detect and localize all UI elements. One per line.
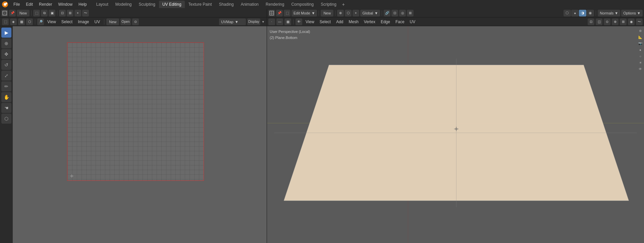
vp-rt-camera[interactable]: 📷 <box>637 40 643 46</box>
vp-overlay-icon[interactable]: ⊡ <box>588 18 594 25</box>
viewport-mode-dropdown[interactable]: Edit Mode ▼ <box>291 10 317 16</box>
uv-select-tool[interactable]: ▶ <box>1 28 11 38</box>
vp-select-mode-3[interactable]: ▦ <box>284 18 291 25</box>
options-button[interactable]: Options ▼ <box>621 10 643 16</box>
workspace-sculpting[interactable]: Sculpting <box>136 1 159 8</box>
uv-open-button[interactable]: Open <box>120 18 130 25</box>
uv-canvas: ✛ <box>67 42 204 181</box>
uv-new-image-button[interactable]: New <box>106 18 119 25</box>
uv-header-icon-6[interactable]: ⌖ <box>74 10 81 16</box>
shade-material[interactable]: ◑ <box>579 10 586 16</box>
vp-gizmo-icon[interactable]: ⊕ <box>612 18 619 25</box>
vp-menu-edge[interactable]: Edge <box>379 18 392 25</box>
uv-new-button[interactable]: New <box>17 10 30 16</box>
uv-select-mode-icon[interactable]: ⬚ <box>2 18 9 25</box>
viewport-mirror-icon[interactable]: ⊞ <box>407 10 414 16</box>
uv-annotate-tool[interactable]: ✏ <box>1 81 11 91</box>
workspace-compositing[interactable]: Compositing <box>288 1 317 8</box>
uv-move-tool[interactable]: ✥ <box>1 49 11 59</box>
vp-rt-gizmo[interactable]: ⊕ <box>637 28 643 34</box>
viewport-editor-icon[interactable]: ⬚ <box>284 10 290 16</box>
uv-header-icon-7[interactable]: 〜 <box>82 10 89 16</box>
menu-edit[interactable]: Edit <box>23 1 36 8</box>
uv-select-mode-4[interactable]: ⬡ <box>26 18 33 25</box>
viewport-transform-icon-1[interactable]: ⊕ <box>337 10 344 16</box>
workspace-uv-editing[interactable]: UV Editing <box>159 1 185 8</box>
viewport-snap-icon-2[interactable]: ⊡ <box>391 10 398 16</box>
vp-rt-sphere[interactable]: ● <box>637 47 643 53</box>
uv-open-icon[interactable]: ⊙ <box>132 18 139 25</box>
uv-select-mode-3[interactable]: ▦ <box>18 18 25 25</box>
uv-header-icon-5[interactable]: ⊞ <box>67 10 73 16</box>
uv-canvas-area[interactable]: ✛ <box>13 26 267 243</box>
uv-pin-icon[interactable]: 📌 <box>9 10 16 16</box>
viewport-pin-icon[interactable]: 📌 <box>276 10 283 16</box>
vp-menu-uv[interactable]: UV <box>408 18 418 25</box>
uv-map-dropdown[interactable]: UVMap ▼ <box>219 18 246 25</box>
uv-pan-tool[interactable]: ☚ <box>1 103 11 113</box>
workspace-shading[interactable]: Shading <box>216 1 237 8</box>
viewport-new-button[interactable]: New <box>321 10 333 16</box>
viewport-snap-icon[interactable]: 🔗 <box>384 10 390 16</box>
uv-editor-type-icon[interactable] <box>1 10 8 16</box>
uv-header-icon-2[interactable]: ⧉ <box>41 10 48 16</box>
workspace-rendering[interactable]: Rendering <box>262 1 287 8</box>
uv-menu-image[interactable]: Image <box>76 18 91 25</box>
vp-rt-measure[interactable]: 📐 <box>637 34 643 40</box>
vp-snap-icon[interactable]: ◉ <box>628 18 635 25</box>
viewport-global-dropdown[interactable]: Global ▼ <box>360 10 380 16</box>
viewport-canvas[interactable]: User Perspective (Local) (2) Plane.Botto… <box>267 26 644 243</box>
viewport-type-icon[interactable] <box>268 10 275 16</box>
uv-scale-tool[interactable]: ⤢ <box>1 71 11 81</box>
uv-select-mode-2[interactable]: ◈ <box>10 18 17 25</box>
viewport-transform-icon-3[interactable]: ⌖ <box>353 10 359 16</box>
vp-menu-vertex[interactable]: Vertex <box>362 18 377 25</box>
workspace-animation[interactable]: Animation <box>237 1 262 8</box>
uv-header-icon-4[interactable]: ⊡ <box>59 10 66 16</box>
uv-cursor-tool[interactable]: ⊕ <box>1 38 11 48</box>
add-workspace-button[interactable]: + <box>340 1 347 8</box>
uv-ngon-tool[interactable]: ⬡ <box>1 114 11 124</box>
uv-rotate-tool[interactable]: ↺ <box>1 60 11 70</box>
vp-rt-circle[interactable]: ○ <box>637 53 643 59</box>
uv-display-btn[interactable]: Display <box>247 18 260 25</box>
mode-arrow: ▼ <box>312 11 315 15</box>
workspace-layout[interactable]: Layout <box>93 1 112 8</box>
vp-xray-icon[interactable]: ◫ <box>596 18 602 25</box>
menu-file[interactable]: File <box>11 1 22 8</box>
blender-logo[interactable] <box>1 1 9 8</box>
viewport-transform-icon-2[interactable]: ⬡ <box>345 10 352 16</box>
vp-show-icon[interactable]: ⊙ <box>604 18 610 25</box>
vp-falloff-icon[interactable]: 〜 <box>636 18 643 25</box>
vp-menu-mesh[interactable]: Mesh <box>347 18 361 25</box>
workspace-texture-paint[interactable]: Texture Paint <box>185 1 215 8</box>
uv-grab-tool[interactable]: ✋ <box>1 92 11 102</box>
shade-render[interactable]: ◉ <box>587 10 594 16</box>
vp-menu-add[interactable]: Add <box>334 18 345 25</box>
vp-select-mode-2[interactable]: — <box>276 18 283 25</box>
uv-menu-select[interactable]: Select <box>59 18 74 25</box>
workspace-scripting[interactable]: Scripting <box>317 1 340 8</box>
uv-menu-view[interactable]: View <box>45 18 58 25</box>
vp-menu-view[interactable]: View <box>304 18 316 25</box>
shade-wire[interactable]: ⬡ <box>564 10 571 16</box>
viewport-prop-icon[interactable]: ◎ <box>399 10 406 16</box>
uv-menu-uv[interactable]: UV <box>93 18 102 25</box>
uv-header-icon-3[interactable]: ▣ <box>49 10 55 16</box>
vp-view-icon[interactable]: 👁 <box>296 18 302 25</box>
uv-view-icon[interactable]: 🔎 <box>37 18 44 25</box>
uv-header-icon-1[interactable]: ⬚ <box>33 10 40 16</box>
vp-rt-eye[interactable]: 👁 <box>637 66 643 72</box>
menu-render[interactable]: Render <box>36 1 55 8</box>
shading-buttons: ⬡ ● ◑ ◉ <box>564 10 594 16</box>
vp-menu-face[interactable]: Face <box>393 18 407 25</box>
workspace-modeling[interactable]: Modeling <box>112 1 135 8</box>
menu-help[interactable]: Help <box>76 1 90 8</box>
shade-solid[interactable]: ● <box>571 10 579 16</box>
vp-extra-icon[interactable]: ⊞ <box>620 18 627 25</box>
normals-button[interactable]: Normals ▼ <box>598 10 620 16</box>
menu-window[interactable]: Window <box>55 1 75 8</box>
vp-menu-select[interactable]: Select <box>318 18 333 25</box>
vp-select-mode-1[interactable]: · <box>268 18 275 25</box>
vp-rt-light[interactable]: ☀ <box>637 59 643 66</box>
